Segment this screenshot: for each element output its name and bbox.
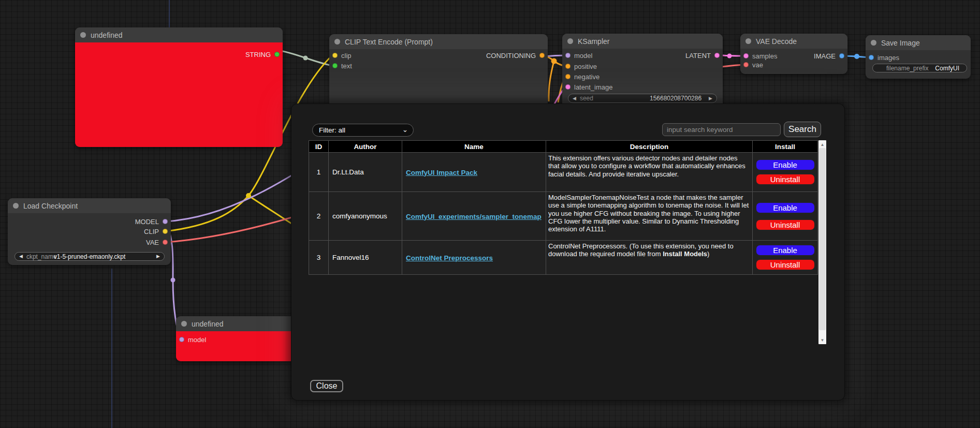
output-label: CLIP [144, 228, 159, 235]
input-label: text [341, 62, 352, 70]
decrement-arrow-icon[interactable]: ◀ [573, 96, 576, 101]
close-button[interactable]: Close [310, 380, 343, 392]
collapse-dot-icon[interactable] [80, 32, 86, 38]
collapse-dot-icon[interactable] [871, 40, 876, 46]
chevron-down-icon: ⌄ [402, 128, 408, 132]
widget-value: v1-5-pruned-emaonly.ckpt [54, 253, 126, 260]
node-title: Save Image [881, 39, 920, 47]
input-port-model[interactable] [565, 53, 571, 58]
output-port-latent[interactable] [714, 53, 720, 58]
ext-name-link[interactable]: ComfyUI_experiments/sampler_tonemap [406, 213, 542, 220]
input-label: samples [752, 52, 777, 60]
output-port-string[interactable] [274, 52, 280, 57]
seed-widget[interactable]: ◀ seed 156680208700286 ▶ [568, 94, 717, 103]
ext-author: comfyanonymous [329, 192, 402, 241]
node-header[interactable]: Load Checkpoint [8, 198, 171, 213]
header-name: Name [402, 141, 546, 153]
ext-name-link[interactable]: ControlNet Preprocessors [406, 254, 493, 262]
table-row: 1 Dr.Lt.Data ComfyUI Impact Pack This ex… [309, 153, 818, 192]
output-port-clip[interactable] [163, 229, 168, 234]
prev-arrow-icon[interactable]: ◀ [19, 254, 23, 259]
node-header[interactable]: VAE Decode [740, 34, 847, 49]
node-header[interactable]: CLIP Text Encode (Prompt) [329, 34, 548, 49]
input-label: latent_image [574, 83, 612, 91]
enable-button[interactable]: Enable [755, 159, 815, 171]
filename-prefix-widget[interactable]: filename_prefix ComfyUI [872, 64, 967, 72]
reroute-dot[interactable] [727, 54, 732, 58]
output-label: CONDITIONING [486, 52, 536, 60]
ext-author: Dr.Lt.Data [329, 153, 402, 192]
scrollbar-thumb[interactable] [819, 148, 826, 330]
input-port-vae[interactable] [743, 62, 749, 67]
node-body: model [176, 331, 305, 361]
widget-label: ckpt_name [26, 253, 57, 260]
enable-button[interactable]: Enable [755, 244, 815, 256]
node-header[interactable]: KSampler [562, 34, 723, 49]
output-port-vae[interactable] [163, 240, 168, 245]
uninstall-button[interactable]: Uninstall [755, 219, 815, 231]
output-port-conditioning[interactable] [539, 53, 545, 58]
scroll-up-icon[interactable]: ▲ [818, 141, 826, 148]
collapse-dot-icon[interactable] [745, 38, 751, 44]
header-author: Author [329, 141, 402, 153]
ext-description: This extension offers various detector n… [546, 153, 753, 192]
node-header[interactable]: undefined [75, 27, 283, 42]
comfyui-canvas[interactable]: undefined STRING CLIP Text Encode (Promp… [0, 0, 980, 428]
input-port-clip[interactable] [332, 53, 338, 58]
collapse-dot-icon[interactable] [181, 321, 187, 327]
reroute-dot[interactable] [246, 193, 251, 198]
input-label: images [877, 54, 899, 62]
input-port-positive[interactable] [565, 64, 571, 69]
input-label: model [574, 52, 592, 60]
input-label: negative [574, 73, 599, 81]
reroute-dot[interactable] [551, 58, 557, 64]
wire-clip-branch [248, 196, 296, 227]
input-port-text[interactable] [332, 63, 338, 68]
output-port-image[interactable] [839, 53, 844, 58]
input-port-model[interactable] [179, 337, 184, 342]
node-title: undefined [91, 31, 123, 39]
widget-value: 156680208700286 [650, 95, 701, 102]
input-port-negative[interactable] [565, 74, 571, 79]
widget-label: filename_prefix [886, 65, 928, 72]
reroute-dot[interactable] [303, 56, 308, 61]
output-label: LATENT [685, 52, 711, 60]
input-label: clip [341, 52, 352, 60]
table-scrollbar[interactable]: ▲ ▼ [818, 140, 826, 344]
node-header[interactable]: Save Image [866, 35, 971, 50]
node-load-checkpoint[interactable]: Load Checkpoint MODEL CLIP VAE ◀ ckpt_na… [8, 198, 171, 265]
install-models-bold: Install Models [663, 250, 707, 258]
node-header[interactable]: undefined [176, 316, 305, 331]
uninstall-button[interactable]: Uninstall [755, 173, 815, 185]
next-arrow-icon[interactable]: ▶ [156, 254, 160, 259]
input-port-latent-image[interactable] [565, 84, 571, 90]
output-port-model[interactable] [163, 219, 168, 224]
increment-arrow-icon[interactable]: ▶ [709, 96, 712, 101]
input-port-samples[interactable] [743, 53, 749, 58]
node-body: STRING [75, 42, 283, 147]
node-undefined-top[interactable]: undefined STRING [75, 27, 283, 147]
input-label: vae [752, 61, 763, 69]
wire-conditioning-branch [549, 61, 554, 101]
search-button[interactable]: Search [784, 122, 821, 137]
uninstall-button[interactable]: Uninstall [755, 259, 815, 271]
collapse-dot-icon[interactable] [567, 38, 573, 44]
ext-description: ControlNet Preprocessors. (To use this e… [546, 241, 753, 275]
collapse-dot-icon[interactable] [334, 39, 340, 45]
reroute-dot[interactable] [854, 54, 859, 59]
search-input[interactable] [662, 123, 781, 136]
node-vae-decode[interactable]: VAE Decode samples vae IMAGE [740, 34, 847, 74]
reroute-dot[interactable] [171, 278, 175, 283]
collapse-dot-icon[interactable] [13, 203, 19, 209]
enable-button[interactable]: Enable [755, 202, 815, 214]
ckpt-name-widget[interactable]: ◀ ckpt_name v1-5-pruned-emaonly.ckpt ▶ [14, 252, 165, 261]
node-body: images filename_prefix ComfyUI [866, 50, 971, 79]
ext-name-link[interactable]: ComfyUI Impact Pack [406, 169, 477, 176]
node-save-image[interactable]: Save Image images filename_prefix ComfyU… [866, 35, 971, 79]
node-title: CLIP Text Encode (Prompt) [345, 38, 433, 46]
filter-select[interactable]: Filter: all ⌄ [312, 124, 414, 137]
input-port-images[interactable] [869, 55, 874, 60]
node-title: KSampler [578, 37, 609, 46]
node-undefined-bottom[interactable]: undefined model [176, 316, 305, 361]
scroll-down-icon[interactable]: ▼ [818, 336, 826, 344]
